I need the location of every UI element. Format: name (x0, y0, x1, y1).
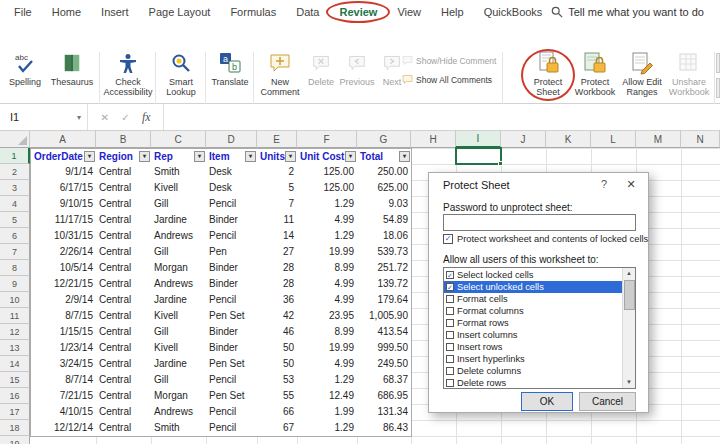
cell[interactable]: 1,005.90 (357, 308, 412, 325)
cell[interactable]: Central (96, 228, 152, 245)
row-header-19[interactable]: 19 (0, 436, 30, 444)
column-header-G[interactable]: G (357, 131, 411, 148)
cell[interactable]: Central (96, 308, 152, 325)
column-header-A[interactable]: A (30, 131, 96, 148)
cell[interactable]: Central (96, 164, 152, 181)
cell[interactable]: 23.95 (297, 308, 358, 325)
option-delete-columns[interactable]: Delete columns (444, 365, 622, 377)
cell[interactable]: 1/23/14 (30, 340, 97, 357)
table-header-cell[interactable]: Units▾ (257, 148, 298, 165)
smart-lookup-button[interactable]: Smart Lookup (158, 51, 204, 97)
filter-button[interactable]: ▾ (84, 151, 95, 162)
row-header-10[interactable]: 10 (0, 292, 30, 308)
cell[interactable]: 539.73 (357, 244, 412, 261)
show-hide-comment-button[interactable]: Show/Hide Comment (402, 55, 500, 66)
option-format-cells[interactable]: Format cells (444, 293, 622, 305)
row-header-13[interactable]: 13 (0, 340, 30, 356)
cell[interactable]: 1.99 (297, 404, 358, 421)
option-checkbox[interactable] (446, 331, 454, 339)
tab-page-layout[interactable]: Page Layout (139, 0, 221, 24)
cell[interactable]: 9.03 (357, 196, 412, 213)
scroll-up-icon[interactable]: ▲ (623, 268, 635, 279)
cell[interactable]: Central (96, 340, 152, 357)
table-header-cell[interactable]: Item▾ (206, 148, 258, 165)
row-header-14[interactable]: 14 (0, 356, 30, 372)
delete-comment-button[interactable]: Delete (305, 51, 337, 87)
cell[interactable]: 2/26/14 (30, 244, 97, 261)
cell[interactable]: 131.34 (357, 404, 412, 421)
cell[interactable]: 1.29 (297, 372, 358, 389)
cell[interactable]: Gill (151, 244, 207, 261)
column-header-C[interactable]: C (151, 131, 206, 148)
protect-contents-checkbox[interactable]: ✓ Protect worksheet and contents of lock… (443, 234, 648, 244)
cell[interactable]: Binder (206, 324, 258, 341)
cell[interactable]: 5 (257, 180, 298, 197)
option-format-columns[interactable]: Format columns (444, 305, 622, 317)
cell[interactable]: Central (96, 292, 152, 309)
cell[interactable]: 4.99 (297, 212, 358, 229)
cell[interactable]: Kivell (151, 180, 207, 197)
translate-button[interactable]: ab Translate (208, 51, 252, 87)
cell[interactable]: Morgan (151, 260, 207, 277)
cell[interactable]: 7 (257, 196, 298, 213)
option-checkbox[interactable] (446, 343, 454, 351)
cell[interactable]: 28 (257, 260, 298, 277)
name-box[interactable]: I1 ▾ (0, 104, 88, 130)
close-button[interactable]: ✕ (622, 178, 640, 194)
cell[interactable]: 2 (257, 164, 298, 181)
allow-edit-ranges-button[interactable]: Allow Edit Ranges (620, 51, 664, 97)
option-checkbox[interactable]: ✓ (446, 283, 454, 291)
cell[interactable]: Kivell (151, 340, 207, 357)
column-header-B[interactable]: B (96, 131, 151, 148)
option-insert-rows[interactable]: Insert rows (444, 341, 622, 353)
scroll-down-icon[interactable]: ▼ (623, 377, 635, 388)
cell[interactable]: 27 (257, 244, 298, 261)
column-header-D[interactable]: D (206, 131, 257, 148)
new-comment-button[interactable]: New Comment (257, 51, 303, 97)
option-checkbox[interactable] (446, 319, 454, 327)
column-header-K[interactable]: K (546, 131, 591, 148)
password-input[interactable] (443, 214, 636, 231)
cell[interactable]: Central (96, 212, 152, 229)
cell[interactable]: Central (96, 196, 152, 213)
filter-button[interactable]: ▾ (194, 151, 205, 162)
cell[interactable]: 55 (257, 388, 298, 405)
column-header-N[interactable]: N (681, 131, 720, 148)
cell[interactable]: 86.43 (357, 420, 412, 437)
tab-quickbooks[interactable]: QuickBooks (474, 0, 553, 24)
row-header-12[interactable]: 12 (0, 324, 30, 340)
cell[interactable]: 179.64 (357, 292, 412, 309)
tab-formulas[interactable]: Formulas (220, 0, 286, 24)
cell[interactable]: 9/10/15 (30, 196, 97, 213)
cell[interactable]: Andrews (151, 404, 207, 421)
filter-button[interactable]: ▾ (399, 151, 410, 162)
cell[interactable]: 66 (257, 404, 298, 421)
cell[interactable]: 19.99 (297, 340, 358, 357)
cell[interactable]: 42 (257, 308, 298, 325)
insert-function-icon[interactable]: fx (142, 110, 151, 125)
column-header-F[interactable]: F (297, 131, 357, 148)
spelling-button[interactable]: abc Spelling (6, 51, 44, 87)
cell[interactable]: 139.72 (357, 276, 412, 293)
cell[interactable]: Pencil (206, 420, 258, 437)
table-header-cell[interactable]: Region▾ (96, 148, 152, 165)
option-delete-rows[interactable]: Delete rows (444, 377, 622, 389)
cell[interactable]: 686.95 (357, 388, 412, 405)
cell[interactable]: 46 (257, 324, 298, 341)
tab-help[interactable]: Help (431, 0, 474, 24)
cell[interactable]: Jardine (151, 212, 207, 229)
option-checkbox[interactable] (446, 307, 454, 315)
cell[interactable]: 53 (257, 372, 298, 389)
option-checkbox[interactable]: ✓ (446, 271, 454, 279)
cell[interactable]: Central (96, 404, 152, 421)
cell[interactable]: Pen Set (206, 308, 258, 325)
cell[interactable]: 249.50 (357, 356, 412, 373)
cell[interactable]: 1.29 (297, 196, 358, 213)
thesaurus-button[interactable]: Thesaurus (46, 51, 98, 87)
cell[interactable]: 28 (257, 276, 298, 293)
cell[interactable]: Central (96, 420, 152, 437)
filter-button[interactable]: ▾ (345, 151, 356, 162)
cell[interactable]: 413.54 (357, 324, 412, 341)
row-header-15[interactable]: 15 (0, 372, 30, 388)
ok-button[interactable]: OK (521, 392, 573, 411)
